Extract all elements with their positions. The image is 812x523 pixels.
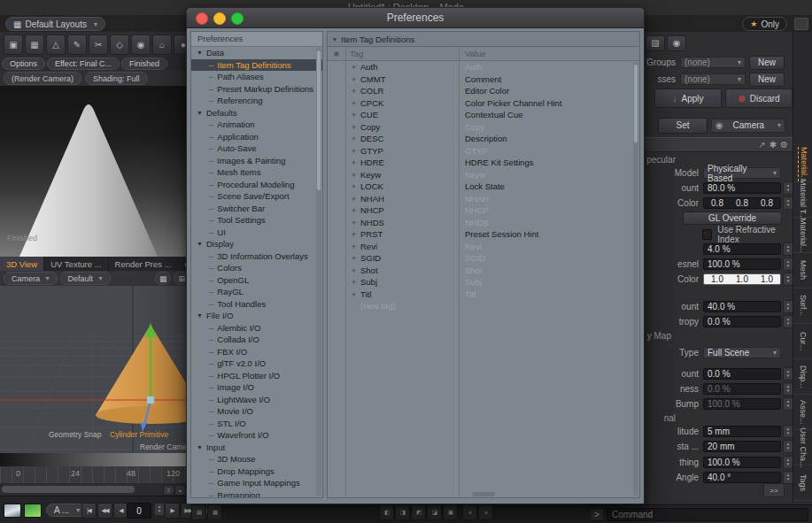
tree-item[interactable]: –HPGL Plotter I/O (191, 370, 322, 382)
only-toggle-button[interactable]: ★ Only (742, 17, 787, 31)
aux-button[interactable]: ▦ (207, 504, 222, 520)
tag-table-row[interactable]: +TitlTitl (328, 288, 639, 301)
expand-plus-icon[interactable]: + (350, 98, 358, 108)
tree-item[interactable]: –LightWave I/O (191, 394, 322, 406)
tag-table-row[interactable]: +LOCKLock State (328, 181, 639, 193)
anisotropy-field[interactable]: 0.0 % (703, 316, 781, 327)
tree-item[interactable]: –Movie I/O (191, 405, 322, 418)
side-tab[interactable]: Material... (793, 147, 812, 182)
tag-table-row[interactable]: +NHDSNHDS (328, 217, 639, 229)
tag-table-row[interactable]: +CUEContextual Cue (328, 109, 639, 121)
tree-item[interactable]: –FBX I/O (191, 346, 322, 358)
tag-table-row[interactable]: +SubjSubj (328, 276, 639, 288)
roughness-field[interactable]: 0.0 % (703, 383, 781, 395)
expand-plus-icon[interactable]: + (350, 194, 358, 204)
expand-plus-icon[interactable]: + (350, 289, 358, 299)
dialog-resize-notch[interactable] (472, 492, 495, 496)
tag-table-row[interactable]: +NHAHNHAH (328, 193, 639, 205)
tree-item[interactable]: –Path Aliases (191, 71, 322, 83)
slice-tool-icon[interactable]: ✂ (89, 35, 108, 55)
preview-sphere-icon[interactable]: ◉ (667, 35, 686, 51)
diffuse-amount-field[interactable]: 80.0 % (703, 182, 781, 194)
selected-cone-mesh[interactable] (96, 325, 186, 424)
render-view-tab[interactable]: Options (2, 58, 45, 70)
side-tab[interactable]: Material T... (793, 182, 812, 218)
tree-item[interactable]: –Auto-Save (191, 142, 322, 155)
render-view-tab[interactable]: Finished (121, 58, 167, 70)
window-mini-button[interactable] (794, 18, 808, 30)
expand-plus-icon[interactable]: + (350, 265, 358, 275)
gl-override-button[interactable]: GL Override (683, 212, 782, 225)
tree-section[interactable]: ▼Data (191, 47, 322, 59)
viewport-tab[interactable]: G... (178, 257, 186, 271)
set-button[interactable]: Set (658, 118, 708, 134)
frame-stepper[interactable] (154, 503, 165, 516)
refractive-index-checkbox[interactable] (702, 229, 712, 240)
tree-item[interactable]: –Switcher Bar (191, 203, 322, 215)
tree-scroll-thumb[interactable] (316, 50, 321, 191)
zoom-button[interactable] (231, 12, 244, 25)
transport-forward-button[interactable]: ▶ (165, 503, 180, 519)
tree-item[interactable]: –Tool Handles (191, 298, 322, 311)
timeline-overview-strip[interactable] (0, 453, 186, 466)
expand-plus-icon[interactable]: + (350, 146, 358, 156)
tag-table-row[interactable]: +CopyCopy (328, 121, 639, 134)
tag-table-row[interactable]: +ShotShot (328, 265, 639, 277)
table-scroll-thumb[interactable] (633, 64, 638, 143)
expand-plus-icon[interactable]: + (350, 74, 358, 84)
side-tab[interactable]: Disp... (793, 359, 812, 395)
tree-item[interactable]: –3D Information Overlays (191, 250, 322, 263)
tree-item[interactable]: –Application (191, 131, 322, 143)
tag-table-row[interactable]: +CPCKColor Picker Channel Hint (328, 97, 639, 110)
viewport-3d[interactable]: Geometry Snap Cylinder Primitive Render … (0, 286, 186, 453)
reflection-type-select[interactable]: Full Scene ▾ (703, 347, 781, 358)
environment-thumbnail-icon[interactable] (24, 504, 42, 518)
tree-item[interactable]: –Preset Markup Definitions (191, 83, 322, 96)
tag-table-row[interactable]: +ReviRevi (328, 241, 639, 253)
viewport-tab[interactable]: 3D View (0, 257, 44, 271)
table-scrollbar[interactable] (633, 62, 638, 496)
aux-button[interactable]: ◧ (379, 504, 394, 520)
tag-table-row[interactable]: +SGIDSGID (328, 252, 639, 265)
tree-item[interactable]: –Alembic I/O (191, 322, 322, 335)
gizmo-center-handle[interactable] (147, 396, 154, 404)
expand-plus-icon[interactable]: + (350, 62, 358, 72)
new-group-button[interactable]: New (749, 56, 785, 70)
timeline-scrollbar[interactable]: ≡ ▾ (0, 483, 186, 496)
command-input[interactable]: Command (607, 508, 808, 521)
expand-plus-icon[interactable]: + (350, 86, 358, 96)
expand-plus-icon[interactable]: + (350, 110, 358, 119)
tree-item[interactable]: –OpenGL (191, 274, 322, 287)
transform-tool-icon[interactable]: ▣ (4, 35, 23, 55)
pane-header[interactable]: ▾ Item Tag Definitions (328, 32, 639, 47)
side-tab[interactable]: Surf... (793, 288, 812, 324)
tree-item[interactable]: –Image I/O (191, 381, 322, 394)
tree-item[interactable]: –Images & Painting (191, 155, 322, 167)
tree-section[interactable]: ▼File I/O (191, 310, 322, 322)
viewport-tab[interactable]: UV Texture ... (44, 257, 108, 271)
default-layouts-button[interactable]: ▦ Default Layouts ▾ (5, 17, 105, 31)
tree-item[interactable]: –Item Tag Definitions (191, 59, 322, 72)
groups-select[interactable]: (none) ▾ (680, 57, 746, 68)
expand-plus-icon[interactable]: + (350, 122, 358, 132)
expand-plus-icon[interactable]: + (350, 181, 358, 191)
viewport-grid-icon[interactable]: ▦ (155, 272, 172, 285)
tag-table-row[interactable]: +GTYPGTYP (328, 145, 639, 158)
command-prompt-icon[interactable]: > (590, 508, 604, 521)
side-tab[interactable]: Material... (793, 218, 812, 253)
tree-item[interactable]: –Procedural Modeling (191, 179, 322, 191)
diffuse-color-field[interactable]: 0.8 0.8 0.8 (703, 197, 781, 209)
tag-table-row[interactable]: +DESCDescription (328, 133, 639, 145)
angle-field[interactable]: 40.0 ° (703, 472, 781, 483)
tree-item[interactable]: –STL I/O (191, 418, 322, 430)
tree-item[interactable]: –UI (191, 227, 322, 239)
close-button[interactable] (196, 12, 208, 25)
amount2-field[interactable]: 0.0 % (703, 368, 781, 380)
expand-plus-icon[interactable]: + (350, 170, 358, 180)
tree-section[interactable]: ▼Input (191, 442, 322, 454)
render-preview-viewport[interactable]: Finished (0, 86, 186, 257)
amplitude-field[interactable]: 5 mm (703, 426, 781, 437)
distance-field[interactable]: 20 mm (703, 441, 781, 452)
pen-tool-icon[interactable]: ✎ (67, 35, 87, 55)
current-frame-field[interactable]: 0 (127, 503, 151, 519)
